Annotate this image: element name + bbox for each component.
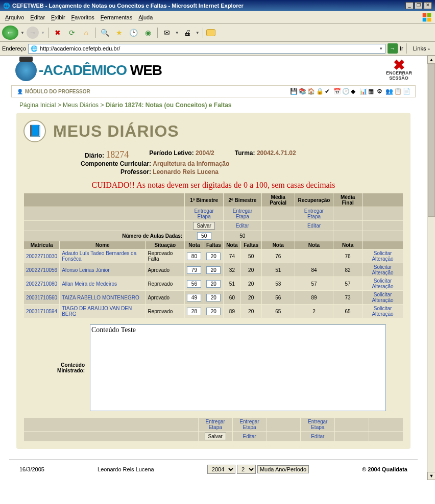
nota-b1-input[interactable] (187, 294, 201, 301)
module-icon-3[interactable]: 🏠 (307, 88, 315, 95)
links-button[interactable]: Links » (410, 44, 433, 53)
module-icon-1[interactable]: 💾 (290, 88, 297, 95)
entregar-b2[interactable]: Entregar Etapa (233, 208, 252, 219)
home-button[interactable]: ⌂ (80, 27, 92, 39)
menu-arquivo[interactable]: Arquivo (2, 13, 27, 21)
mail-dropdown-icon[interactable]: ▼ (175, 31, 179, 35)
nome-link[interactable]: Afonso Leirias Júnior (62, 267, 109, 273)
folder-button[interactable] (206, 29, 215, 36)
module-icon-7[interactable]: 🕑 (342, 88, 349, 95)
entregar-b2-bottom[interactable]: Entregar Etapa (239, 419, 259, 430)
module-icon-12[interactable]: 👥 (385, 88, 393, 95)
menu-favoritos[interactable]: Favoritos (68, 13, 98, 21)
editar-b2[interactable]: Editar (236, 223, 249, 229)
breadcrumb-home[interactable]: Página Inicial (19, 102, 56, 109)
editar-b2-bottom[interactable]: Editar (243, 434, 256, 439)
history-button[interactable]: 🕑 (128, 27, 140, 39)
faltas-b1-input[interactable] (206, 253, 221, 260)
mail-button[interactable]: ✉ (161, 27, 173, 39)
aulas-b1-input[interactable] (197, 232, 211, 240)
module-label: MÓDULO DO PROFESSOR (25, 89, 90, 94)
menu-exibir[interactable]: Exibir (48, 13, 68, 21)
faltas-b1-input[interactable] (206, 308, 221, 315)
site-logo[interactable]: -ACADÊMICO WEB (15, 60, 162, 81)
module-icon-10[interactable]: ▦ (368, 88, 375, 95)
nome-link[interactable]: TAIZA RABELLO MONTENEGRO (62, 295, 139, 300)
maximize-button[interactable]: ❐ (415, 2, 423, 9)
editar-rec-bottom[interactable]: Editar (311, 434, 324, 439)
media-final: 76 (333, 249, 362, 263)
semester-select[interactable]: 2 (237, 465, 256, 474)
solicitar-link[interactable]: Solicitar Alteração (372, 264, 393, 275)
solicitar-link[interactable]: Solicitar Alteração (372, 278, 393, 289)
address-dropdown-icon[interactable]: ▼ (379, 46, 383, 51)
module-icon-11[interactable]: ⚙ (377, 88, 384, 95)
breadcrumb-diarios[interactable]: Meus Diários (63, 102, 99, 109)
faltas-b1-input[interactable] (206, 294, 221, 301)
nome-link[interactable]: Adauto Luís Tadeo Bernardes da Fonsêca (62, 250, 136, 262)
faltas-b1-input[interactable] (206, 280, 221, 288)
entregar-b1-bottom[interactable]: Entregar Etapa (206, 419, 225, 430)
module-icon-6[interactable]: 📅 (333, 88, 341, 95)
module-icon-5[interactable]: ✔ (325, 88, 332, 95)
nome-link[interactable]: Allan Meira de Medeiros (62, 281, 117, 287)
nota-b1-input[interactable] (187, 308, 201, 315)
close-button[interactable]: ✕ (424, 2, 432, 9)
nome-link[interactable]: TIAGO DE ARAUJO VAN DEN BERG (62, 306, 132, 317)
matricula-link[interactable]: 20031710594 (26, 309, 57, 314)
faltas-b1-input[interactable] (206, 266, 221, 274)
salvar-b1-bottom-button[interactable] (205, 433, 226, 440)
salvar-b1-button[interactable] (193, 222, 214, 230)
turma-label: Turma: (235, 149, 255, 157)
back-button[interactable]: ← (2, 26, 18, 40)
media-button[interactable]: ◉ (142, 27, 154, 39)
print-dropdown-icon[interactable]: ▼ (196, 31, 200, 35)
svg-rect-1 (427, 13, 431, 17)
nota-b1-input[interactable] (187, 266, 201, 274)
scroll-up-button[interactable]: ▲ (427, 56, 435, 64)
menu-ajuda[interactable]: Ajuda (135, 13, 156, 21)
entregar-b1[interactable]: Entregar Etapa (194, 208, 213, 219)
solicitar-link[interactable]: Solicitar Alteração (372, 250, 393, 262)
change-period-button[interactable] (257, 465, 309, 473)
minimize-button[interactable]: _ (405, 2, 414, 9)
year-select[interactable]: 2004 (207, 465, 235, 474)
matricula-link[interactable]: 20022710056 (26, 267, 57, 273)
nota-b1-input[interactable] (187, 253, 201, 260)
solicitar-link[interactable]: Solicitar Alteração (372, 292, 393, 303)
entregar-rec-bottom[interactable]: Entregar Etapa (308, 419, 327, 430)
forward-dropdown-icon[interactable]: ▼ (41, 31, 45, 35)
logout-button[interactable]: ✖ ENCERRAR SESSÃO (386, 60, 412, 81)
conteudo-textarea[interactable]: Conteúdo Teste (90, 324, 386, 411)
editar-rec[interactable]: Editar (307, 223, 321, 229)
col-media: Média Parcial (261, 193, 295, 207)
solicitar-link[interactable]: Solicitar Alteração (372, 306, 393, 317)
col-header-8: Nota (295, 241, 333, 249)
matricula-link[interactable]: 20031710560 (26, 295, 57, 300)
vertical-scrollbar[interactable]: ▲ ▼ (427, 56, 435, 480)
matricula-link[interactable]: 20022710080 (26, 281, 57, 287)
module-icon-2[interactable]: 📚 (299, 88, 306, 95)
scroll-thumb[interactable] (428, 64, 435, 217)
print-button[interactable]: 🖨 (181, 27, 194, 39)
favorites-button[interactable]: ★ (113, 27, 126, 39)
module-icon-13[interactable]: 📋 (394, 88, 401, 95)
forward-button[interactable]: → (27, 27, 39, 39)
module-icon-4[interactable]: 🔒 (316, 88, 323, 95)
address-input[interactable]: 🌐 http://academico.cefetpb.edu.br/ ▼ (28, 44, 385, 54)
back-dropdown-icon[interactable]: ▼ (20, 31, 25, 35)
search-button[interactable]: 🔍 (99, 27, 111, 39)
scroll-down-button[interactable]: ▼ (427, 472, 435, 480)
stop-button[interactable]: ✖ (52, 27, 64, 39)
entregar-rec[interactable]: Entregar Etapa (304, 208, 324, 219)
menu-editar[interactable]: Editar (27, 13, 48, 21)
refresh-button[interactable]: ⟳ (66, 27, 78, 39)
module-icon-8[interactable]: ◆ (351, 88, 358, 95)
faltas-b2: 20 (240, 305, 261, 318)
module-icon-14[interactable]: 📄 (403, 88, 410, 95)
nota-b1-input[interactable] (187, 280, 201, 288)
go-button[interactable]: → (388, 43, 398, 54)
menu-ferramentas[interactable]: Ferramentas (98, 13, 135, 21)
matricula-link[interactable]: 20022710030 (26, 254, 57, 259)
module-icon-9[interactable]: 📊 (359, 88, 367, 95)
